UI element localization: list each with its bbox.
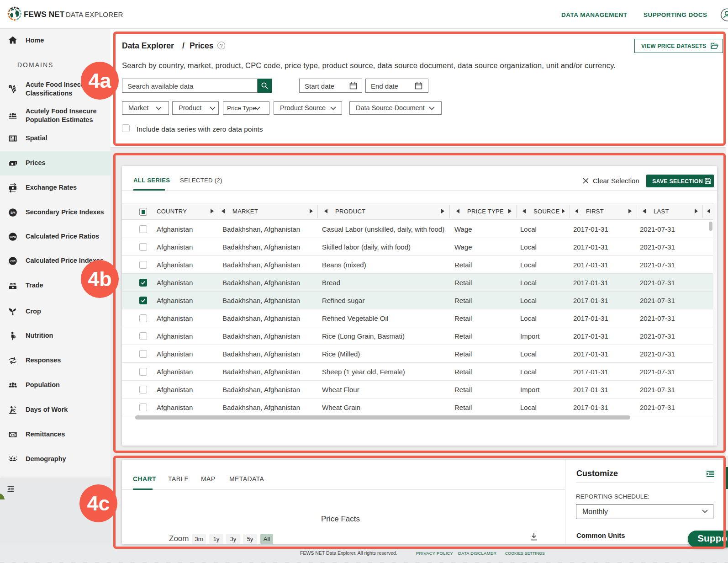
svg-text:CPR: CPR [10, 235, 16, 239]
svg-text:SPI: SPI [11, 211, 16, 214]
svg-text:CPI: CPI [11, 260, 16, 263]
svg-text:!: ! [10, 85, 11, 88]
